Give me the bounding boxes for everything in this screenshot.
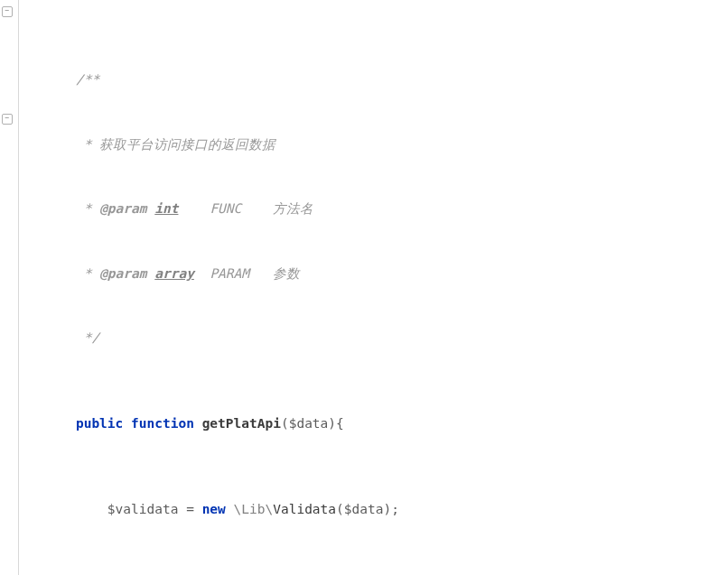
code-line: * @param array PARAM 参数 <box>19 264 728 285</box>
code-line: * 获取平台访问接口的返回数据 <box>19 134 728 156</box>
code-area[interactable]: /** * 获取平台访问接口的返回数据 * @param int FUNC 方法… <box>19 0 728 575</box>
code-line: $validata = new \Lib\Validata($data); <box>19 499 728 521</box>
code-line: /** <box>19 70 728 91</box>
code-line: * @param int FUNC 方法名 <box>19 199 728 220</box>
fold-icon[interactable]: − <box>2 114 13 125</box>
code-editor[interactable]: − − /** * 获取平台访问接口的返回数据 * @param int FUN… <box>0 0 728 575</box>
fold-icon[interactable]: − <box>2 6 13 17</box>
code-line: */ <box>19 328 728 349</box>
code-line: public function getPlatApi($data){ <box>19 413 728 435</box>
gutter: − − <box>0 0 19 575</box>
